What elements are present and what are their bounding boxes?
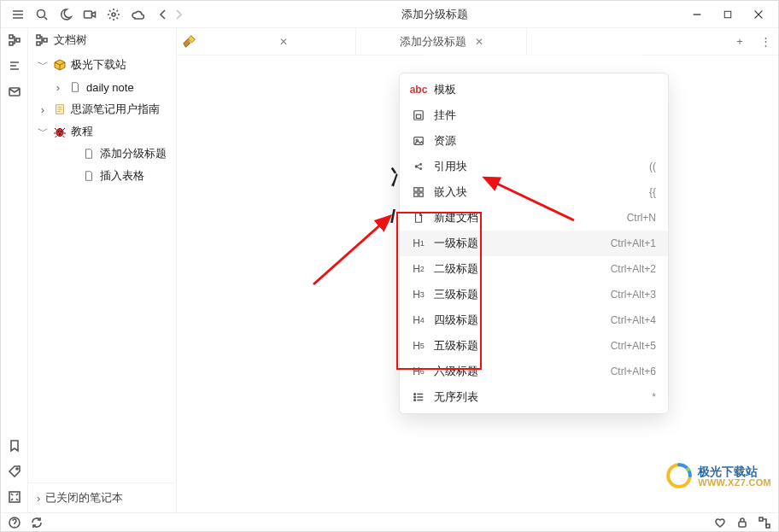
- doc-icon: [81, 148, 97, 160]
- doc-icon: [81, 170, 97, 182]
- svg-point-2: [112, 13, 115, 16]
- tab-doc[interactable]: 添加分级标题 ✕: [356, 28, 527, 55]
- menu-h6[interactable]: H6六级标题Ctrl+Alt+6: [400, 359, 668, 384]
- chevron-down-icon[interactable]: ﹀: [37, 57, 49, 73]
- chevron-down-icon[interactable]: ﹀: [37, 124, 49, 139]
- tree-node-table-doc[interactable]: 插入表格: [28, 165, 176, 187]
- menu-h5-icon: H5: [412, 340, 425, 352]
- menu-h5[interactable]: H5五级标题Ctrl+Alt+5: [400, 333, 668, 359]
- rail-expand-icon[interactable]: [8, 490, 21, 504]
- menu-item-label: 引用块: [434, 159, 641, 174]
- svg-point-17: [59, 133, 61, 135]
- menu-new-doc[interactable]: 新建文档Ctrl+N: [400, 205, 668, 231]
- svg-point-38: [414, 396, 416, 398]
- tree-node-heading-doc[interactable]: 添加分级标题: [28, 143, 176, 165]
- menu-template[interactable]: abc模板: [400, 77, 668, 102]
- menu-item-shortcut: Ctrl+Alt+3: [611, 289, 656, 301]
- menu-asset[interactable]: 资源: [400, 128, 668, 154]
- tree-node-root1[interactable]: ﹀ 极光下载站: [28, 54, 176, 76]
- bug-icon: [52, 125, 67, 138]
- status-help-icon[interactable]: [8, 516, 21, 529]
- broom-icon[interactable]: [177, 28, 202, 55]
- menu-icon[interactable]: [11, 8, 25, 21]
- menu-h1-icon: H1: [412, 237, 425, 249]
- menu-h4-icon: H4: [412, 314, 425, 326]
- tab-close[interactable]: ✕: [279, 36, 288, 48]
- chevron-right-icon[interactable]: ›: [37, 103, 49, 116]
- tab-context[interactable]: ✕: [202, 28, 356, 55]
- menu-item-label: 嵌入块: [434, 184, 641, 200]
- svg-rect-1: [85, 11, 92, 18]
- moon-icon[interactable]: [59, 8, 73, 21]
- menu-h1[interactable]: H1一级标题Ctrl+Alt+1: [400, 231, 668, 256]
- menu-item-label: 五级标题: [434, 338, 602, 354]
- closed-notebooks[interactable]: › 已关闭的笔记本: [28, 482, 176, 512]
- svg-point-31: [419, 163, 422, 166]
- tree-node-label: 思源笔记用户指南: [71, 102, 160, 117]
- window-close[interactable]: [746, 3, 771, 26]
- new-tab-button[interactable]: +: [727, 28, 753, 55]
- cloud-icon[interactable]: [131, 8, 144, 21]
- menu-item-shortcut: ((: [649, 161, 656, 172]
- menu-item-shortcut: Ctrl+Alt+6: [611, 365, 656, 377]
- doc-icon: [67, 81, 83, 93]
- rail-tag-icon[interactable]: [8, 465, 21, 478]
- forward-icon[interactable]: [172, 8, 185, 21]
- svg-rect-27: [416, 114, 420, 118]
- svg-point-15: [58, 131, 60, 132]
- menu-item-label: 挂件: [434, 108, 647, 123]
- menu-embed[interactable]: 嵌入块{{: [400, 179, 668, 205]
- svg-point-37: [414, 394, 416, 395]
- closed-notebooks-label: 已关闭的笔记本: [45, 490, 123, 506]
- editor-slash-char: /: [390, 206, 395, 228]
- back-icon[interactable]: [156, 8, 170, 21]
- status-sync-icon[interactable]: [30, 516, 44, 529]
- tree-node-guide[interactable]: › 思源笔记用户指南: [28, 98, 176, 120]
- menu-item-label: 二级标题: [434, 261, 602, 277]
- tree-node-tutorial[interactable]: ﹀ 教程: [28, 120, 176, 143]
- rail-mail-icon[interactable]: [8, 85, 21, 98]
- watermark-url: WWW.XZ7.COM: [698, 478, 771, 488]
- menu-ul[interactable]: 无序列表*: [400, 384, 668, 410]
- video-icon[interactable]: [83, 8, 97, 21]
- tree-node-label: 添加分级标题: [100, 146, 167, 161]
- rail-align-icon[interactable]: [8, 59, 21, 73]
- status-lock-icon[interactable]: [735, 516, 749, 529]
- window-minimize[interactable]: [684, 3, 710, 26]
- settings-icon[interactable]: [107, 8, 120, 21]
- menu-h3[interactable]: H3三级标题Ctrl+Alt+3: [400, 282, 668, 307]
- svg-point-8: [16, 468, 18, 470]
- svg-point-16: [61, 131, 62, 132]
- menu-block-ref-icon: [412, 161, 425, 172]
- svg-point-32: [419, 167, 422, 170]
- menu-template-icon: abc: [412, 84, 425, 96]
- doc-tree-icon: [35, 33, 49, 47]
- rail-bookmark-icon[interactable]: [8, 439, 21, 453]
- tab-more-icon[interactable]: ⋮: [753, 28, 778, 55]
- svg-rect-3: [724, 11, 731, 18]
- menu-block-ref[interactable]: 引用块((: [400, 154, 668, 179]
- menu-embed-icon: [412, 186, 425, 198]
- menu-h3-icon: H3: [412, 289, 425, 301]
- chevron-right-icon: ›: [37, 492, 40, 505]
- tab-close[interactable]: ✕: [475, 36, 483, 48]
- menu-h4[interactable]: H4四级标题Ctrl+Alt+4: [400, 307, 668, 333]
- svg-rect-34: [419, 188, 423, 191]
- window-maximize[interactable]: [715, 3, 741, 26]
- svg-rect-36: [419, 193, 423, 196]
- svg-point-0: [38, 9, 45, 17]
- menu-widget[interactable]: 挂件: [400, 102, 668, 128]
- menu-item-shortcut: Ctrl+Alt+2: [611, 263, 656, 275]
- menu-item-label: 资源: [434, 133, 647, 149]
- menu-h2[interactable]: H2二级标题Ctrl+Alt+2: [400, 256, 668, 282]
- svg-rect-6: [16, 38, 20, 42]
- rail-tree-icon[interactable]: [8, 33, 21, 47]
- svg-rect-10: [37, 35, 40, 38]
- menu-new-doc-icon: [412, 212, 425, 224]
- search-icon[interactable]: [35, 8, 49, 21]
- status-heart-icon[interactable]: [713, 516, 727, 529]
- chevron-right-icon[interactable]: ›: [52, 81, 64, 94]
- status-tree-icon[interactable]: [758, 516, 771, 529]
- menu-asset-icon: [412, 135, 425, 147]
- tree-node-daily[interactable]: › daily note: [28, 76, 176, 98]
